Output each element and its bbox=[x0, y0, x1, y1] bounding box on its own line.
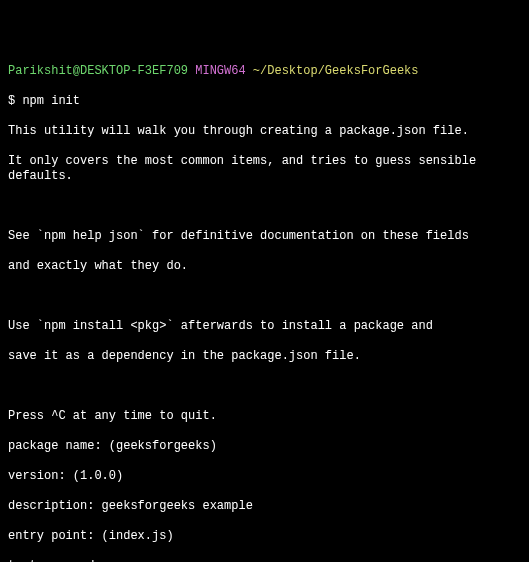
output-line: and exactly what they do. bbox=[8, 259, 521, 274]
blank-line bbox=[8, 199, 521, 214]
output-line: Press ^C at any time to quit. bbox=[8, 409, 521, 424]
prompt-system: MINGW64 bbox=[195, 64, 245, 78]
output-line: Use `npm install <pkg>` afterwards to in… bbox=[8, 319, 521, 334]
blank-line bbox=[8, 289, 521, 304]
question-line: entry point: (index.js) bbox=[8, 529, 521, 544]
question-line: description: geeksforgeeks example bbox=[8, 499, 521, 514]
blank-line bbox=[8, 379, 521, 394]
prompt-line-1: Parikshit@DESKTOP-F3EF709 MINGW64 ~/Desk… bbox=[8, 64, 521, 79]
output-line: This utility will walk you through creat… bbox=[8, 124, 521, 139]
output-line: It only covers the most common items, an… bbox=[8, 154, 521, 184]
prompt-path: ~/Desktop/GeeksForGeeks bbox=[253, 64, 419, 78]
output-line: See `npm help json` for definitive docum… bbox=[8, 229, 521, 244]
command-line[interactable]: $ npm init bbox=[8, 94, 521, 109]
question-line: package name: (geeksforgeeks) bbox=[8, 439, 521, 454]
question-line: version: (1.0.0) bbox=[8, 469, 521, 484]
output-line: save it as a dependency in the package.j… bbox=[8, 349, 521, 364]
prompt-user: Parikshit@DESKTOP-F3EF709 bbox=[8, 64, 188, 78]
